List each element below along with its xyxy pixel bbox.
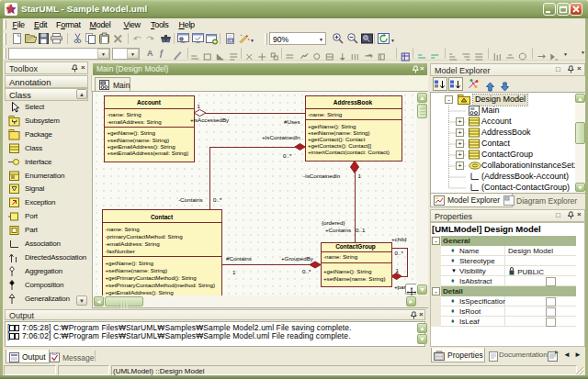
svg-text:-primaryContactMethod: String: -primaryContactMethod: String	[106, 233, 184, 240]
svg-text:#Uses: #Uses	[284, 118, 300, 125]
svg-text:1: 1	[358, 173, 362, 179]
svg-text:1: 1	[232, 269, 236, 275]
svg-text:0..*: 0..*	[395, 250, 404, 256]
svg-text:0..*: 0..*	[302, 268, 311, 274]
svg-text:-IsContainedIn: -IsContainedIn	[303, 173, 341, 179]
svg-text:+setName(name: String): +setName(name: String)	[308, 129, 370, 136]
svg-text:-name: String: -name: String	[323, 253, 358, 260]
svg-text:+getEmailAddress(): String: +getEmailAddress(): String	[107, 143, 176, 150]
svg-text:+setPrimaryContactMethod(metho: +setPrimaryContactMethod(method: String)	[106, 282, 216, 288]
svg-text:-faxNumber: -faxNumber	[106, 248, 135, 254]
svg-text:+setName(name: String): +setName(name: String)	[323, 275, 386, 282]
svg-text:+setName(name: String): +setName(name: String)	[106, 267, 168, 273]
svg-text:{ordered}: {ordered}	[322, 219, 345, 226]
svg-text:+getName(): String: +getName(): String	[107, 129, 156, 136]
svg-text:-name: String: -name: String	[106, 226, 141, 232]
svg-text:Account: Account	[137, 99, 162, 106]
svg-text:+getName(): String: +getName(): String	[323, 268, 372, 274]
svg-text:-name: String: -name: String	[107, 111, 142, 117]
svg-text:-Contains: -Contains	[178, 196, 202, 203]
svg-text:ContactGroup: ContactGroup	[335, 243, 376, 251]
svg-text:+Contains: +Contains	[325, 227, 351, 233]
svg-text:+GroupedBy: +GroupedBy	[281, 255, 314, 262]
svg-text:+child: +child	[391, 236, 407, 242]
svg-text:+getEmailAddress(): String: +getEmailAddress(): String	[106, 289, 175, 295]
svg-text:0..*: 0..*	[283, 152, 292, 159]
svg-text:-name: String: -name: String	[308, 111, 343, 117]
svg-text:0..*: 0..*	[213, 196, 222, 203]
svg-text:AddressBook: AddressBook	[334, 99, 373, 106]
svg-text:-emailAddress: String: -emailAddress: String	[106, 240, 161, 247]
svg-text:+getContacts(): Contact[]: +getContacts(): Contact[]	[308, 142, 371, 149]
svg-text:+setEmailAddress(email: String: +setEmailAddress(email: String)	[107, 150, 189, 156]
svg-text:#Contains: #Contains	[226, 255, 252, 262]
svg-text:+setName(name: String): +setName(name: String)	[107, 137, 170, 143]
svg-text:+insertContact(contact: Contac: +insertContact(contact: Contact)	[308, 149, 390, 155]
svg-text:0..1: 0..1	[356, 227, 366, 233]
svg-text:1: 1	[198, 103, 201, 109]
svg-text:-emailAddress: String: -emailAddress: String	[107, 118, 163, 125]
svg-text:+getPrimaryContactMethod(): St: +getPrimaryContactMethod(): String	[106, 274, 198, 281]
svg-text:1: 1	[396, 267, 400, 273]
svg-text:Contact: Contact	[151, 214, 174, 220]
svg-text:+IsContainedIn: +IsContainedIn	[262, 134, 300, 140]
svg-text:+isAccessedBy: +isAccessedBy	[190, 117, 230, 123]
svg-text:+getName(): String: +getName(): String	[106, 260, 154, 266]
